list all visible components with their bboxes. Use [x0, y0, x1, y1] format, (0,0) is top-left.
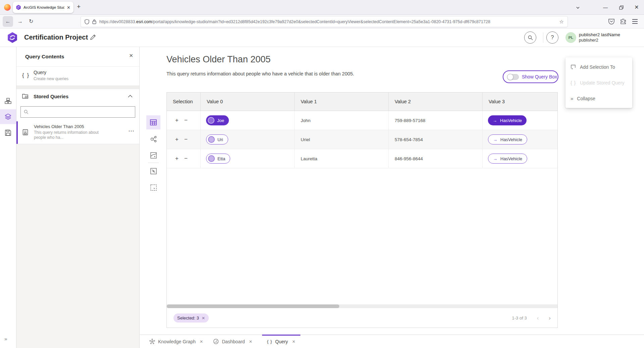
selection-tool-button[interactable] [146, 180, 160, 194]
search-button[interactable] [524, 32, 536, 44]
previous-page-chevron[interactable]: ‹ [537, 315, 539, 322]
add-to-map-button[interactable] [146, 164, 160, 178]
entity-pill[interactable]: Etta [206, 154, 230, 164]
entity-dot-icon [208, 155, 215, 162]
table-row[interactable]: +− Uri Uriel 578-654-7854 →HasVehicle [167, 130, 557, 149]
stored-query-title: Vehicles Older Than 2005 [34, 124, 84, 129]
stored-query-item[interactable]: Vehicles Older Than 2005 This query retu… [16, 121, 139, 144]
shield-icon[interactable] [85, 19, 89, 24]
tab-close-icon[interactable]: ✕ [292, 340, 295, 344]
results-table: Selection Value 0 Value 1 Value 2 Value … [166, 92, 558, 328]
lock-icon[interactable] [92, 19, 96, 24]
add-selection-icon[interactable]: + [175, 136, 179, 143]
entity-pill[interactable]: Uri [206, 134, 228, 144]
firefox-icon[interactable] [4, 4, 11, 11]
dashed-selection-icon [150, 184, 157, 191]
bookmark-star-icon[interactable]: ☆ [559, 19, 564, 25]
pocket-icon[interactable] [608, 18, 615, 25]
relationship-pill[interactable]: →HasVehicle [488, 134, 527, 144]
forward-button[interactable]: → [17, 17, 23, 25]
tab-knowledge-graph[interactable]: Knowledge Graph ✕ [144, 335, 208, 348]
add-selection-icon[interactable]: + [175, 155, 179, 162]
window-close-button[interactable]: ✕ [633, 4, 640, 10]
help-button[interactable]: ? [546, 32, 558, 44]
menu-item-add-selection-to[interactable]: Add Selection To [565, 59, 632, 75]
braces-icon: { } [571, 80, 576, 85]
braces-icon: { } [22, 72, 30, 79]
query-view-title: Vehicles Older Than 2005 [166, 54, 270, 65]
column-header[interactable]: Value 3 [483, 93, 557, 111]
screen: ArcGIS Knowledge Studio ✕ + — ✕ ← → ↻ ht… [0, 0, 644, 348]
table-cell[interactable]: Lauretta [295, 149, 389, 168]
app-header: Certification Project ? PL publisher2 la… [0, 28, 644, 47]
hamburger-menu-icon[interactable] [632, 19, 638, 24]
map-view-button[interactable] [146, 148, 160, 162]
rail-save-button[interactable] [0, 125, 16, 140]
link-chart-button[interactable] [146, 132, 160, 146]
rail-data-model-button[interactable] [0, 94, 16, 108]
stored-queries-search[interactable] [20, 106, 135, 118]
avatar[interactable]: PL [565, 32, 576, 43]
item-options-ellipsis-icon[interactable]: ··· [129, 128, 135, 134]
new-tab-button[interactable]: + [77, 3, 81, 10]
reload-button[interactable]: ↻ [29, 17, 33, 25]
table-cell[interactable]: 846-956-8644 [389, 149, 483, 168]
remove-selection-icon[interactable]: − [184, 155, 188, 162]
view-tabs-bar: Knowledge Graph ✕ Dashboard ✕ { } Query … [140, 335, 644, 348]
panel-section-gap [16, 86, 139, 89]
entity-pill[interactable]: Joe [206, 115, 229, 125]
browser-tab[interactable]: ArcGIS Knowledge Studio ✕ [13, 2, 73, 13]
entity-dot-icon [208, 117, 214, 124]
panel-title: Query Contents [25, 54, 64, 60]
extensions-puzzle-icon[interactable] [620, 18, 627, 25]
remove-selection-icon[interactable]: − [184, 136, 188, 143]
menu-item-collapse[interactable]: » Collapse [565, 91, 632, 106]
table-row[interactable]: +− Etta Lauretta 846-956-8644 →HasVehicl… [167, 149, 557, 168]
entity-dot-icon [208, 136, 215, 143]
url-bar[interactable]: https://dev0028833.esri.com/portal/apps/… [81, 16, 568, 27]
toggle-switch[interactable] [507, 74, 519, 80]
stored-queries-search-input[interactable] [31, 110, 132, 115]
clear-selection-icon[interactable]: ✕ [202, 316, 205, 320]
panel-close-icon[interactable]: ✕ [129, 53, 133, 58]
scrollbar-thumb[interactable] [167, 304, 339, 308]
column-header[interactable]: Selection [167, 93, 201, 111]
table-view-button[interactable] [146, 115, 160, 129]
table-cell[interactable]: John [295, 111, 389, 130]
column-header[interactable]: Value 2 [389, 93, 483, 111]
table-cell[interactable]: 759-889-57168 [389, 111, 483, 130]
table-cell[interactable]: 578-654-7854 [389, 130, 483, 149]
selected-count-chip[interactable]: Selected: 3✕ [174, 313, 209, 323]
tab-close-icon[interactable]: ✕ [249, 340, 252, 344]
tab-list-chevron-icon[interactable] [575, 4, 581, 10]
layers-icon [4, 113, 12, 120]
rail-contents-button[interactable] [0, 109, 16, 124]
add-selection-icon[interactable]: + [175, 117, 179, 124]
table-cell[interactable]: Uriel [295, 130, 389, 149]
pagination-range: 1-3 of 3 [512, 315, 527, 321]
horizontal-scrollbar[interactable] [167, 304, 557, 308]
query-list-item[interactable]: { } Query Create new queries [16, 67, 139, 86]
next-page-chevron[interactable]: › [549, 315, 551, 322]
collapse-chevron-up-icon[interactable] [128, 95, 133, 98]
column-header[interactable]: Value 1 [295, 93, 389, 111]
window-minimize-button[interactable]: — [602, 4, 609, 10]
remove-selection-icon[interactable]: − [184, 117, 188, 124]
relationship-pill[interactable]: →HasVehicle [488, 154, 527, 164]
stored-queries-folder-icon [22, 93, 29, 99]
double-chevron-right-icon: » [571, 96, 573, 101]
edit-pencil-icon[interactable] [90, 34, 96, 40]
window-restore-button[interactable] [618, 4, 625, 10]
tab-query[interactable]: { } Query ✕ [262, 335, 300, 348]
tab-dashboard[interactable]: Dashboard ✕ [208, 335, 257, 348]
show-query-box-toggle[interactable]: Show Query Box [503, 70, 558, 83]
menu-item-update-stored-query[interactable]: { } Update Stored Query [565, 75, 632, 91]
table-row[interactable]: +− Joe John 759-889-57168 →HasVehicle [167, 111, 557, 130]
tab-close-icon[interactable]: ✕ [200, 340, 203, 344]
arrow-right-icon: → [493, 156, 497, 161]
expand-panel-chevrons[interactable]: » [4, 336, 7, 342]
back-button[interactable]: ← [3, 16, 13, 27]
tab-close-icon[interactable]: ✕ [67, 5, 70, 10]
relationship-pill[interactable]: →HasVehicle [488, 115, 527, 125]
column-header[interactable]: Value 0 [201, 93, 295, 111]
